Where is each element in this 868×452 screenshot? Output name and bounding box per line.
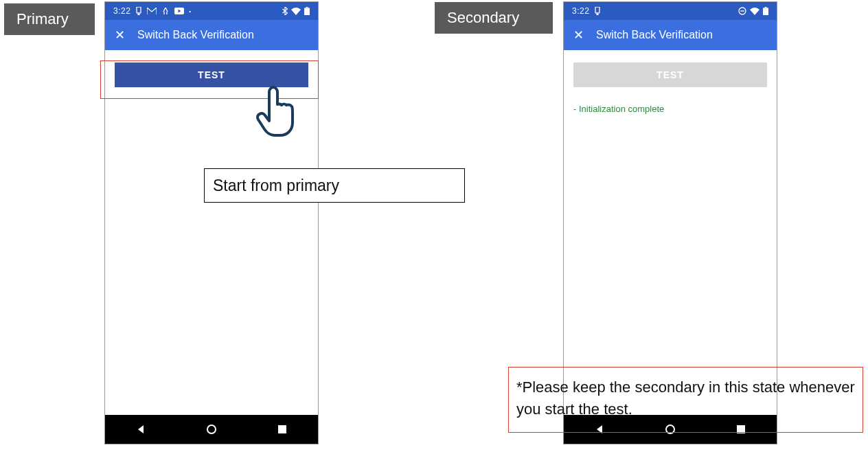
nav-home-icon[interactable] — [198, 424, 225, 435]
battery-icon — [304, 7, 310, 15]
test-button-primary[interactable]: TEST — [115, 63, 308, 87]
youtube-icon — [174, 8, 184, 14]
note-text: *Please keep the secondary in this state… — [516, 376, 860, 420]
nav-recent-icon[interactable] — [727, 425, 755, 434]
wifi-icon — [291, 8, 301, 15]
svg-rect-0 — [137, 7, 141, 13]
svg-rect-12 — [765, 7, 767, 8]
svg-rect-3 — [304, 8, 310, 16]
svg-rect-8 — [597, 14, 599, 15]
svg-rect-11 — [763, 8, 768, 16]
primary-label: Primary — [4, 3, 95, 35]
status-time: 3:22 — [113, 6, 130, 16]
primary-phone: 3:22 • ✕ Switch Back Verification TEST — [104, 1, 319, 444]
status-icon-1 — [135, 7, 142, 15]
close-icon[interactable]: ✕ — [115, 27, 125, 43]
nav-bar-primary — [105, 415, 318, 444]
svg-point-13 — [666, 425, 674, 433]
svg-rect-4 — [306, 7, 308, 8]
status-bar-primary: 3:22 • — [105, 2, 318, 20]
nav-recent-icon[interactable] — [269, 425, 296, 434]
status-bar-secondary: 3:22 — [564, 2, 777, 20]
nav-back-icon[interactable] — [127, 424, 155, 435]
app-bar-title: Switch Back Verification — [137, 29, 254, 41]
caption-box: Start from primary — [204, 168, 465, 203]
nav-home-icon[interactable] — [656, 424, 684, 435]
svg-rect-6 — [278, 425, 286, 433]
svg-rect-1 — [138, 14, 140, 15]
status-icon-1 — [594, 7, 601, 15]
status-time: 3:22 — [572, 6, 589, 16]
close-icon[interactable]: ✕ — [573, 27, 584, 43]
status-dot: • — [189, 8, 191, 14]
dnd-icon — [738, 7, 746, 15]
gmail-icon — [147, 8, 157, 14]
secondary-label: Secondary — [435, 2, 553, 34]
nav-back-icon[interactable] — [586, 424, 613, 435]
app-bar-title: Switch Back Verification — [596, 29, 713, 41]
status-message: - Initialization complete — [573, 104, 767, 114]
svg-rect-7 — [595, 7, 599, 13]
phone-content-secondary: TEST - Initialization complete — [564, 50, 777, 415]
battery-icon — [763, 7, 768, 15]
test-button-secondary: TEST — [573, 63, 767, 87]
cellular-icon — [161, 8, 170, 14]
phone-content-primary: TEST — [105, 50, 318, 415]
app-bar-secondary: ✕ Switch Back Verification — [564, 20, 777, 50]
wifi-icon — [750, 8, 760, 15]
caption-text: Start from primary — [213, 177, 339, 195]
app-bar-primary: ✕ Switch Back Verification — [105, 20, 318, 50]
svg-point-5 — [207, 425, 216, 433]
svg-rect-14 — [737, 425, 745, 433]
bluetooth-icon — [282, 7, 288, 15]
